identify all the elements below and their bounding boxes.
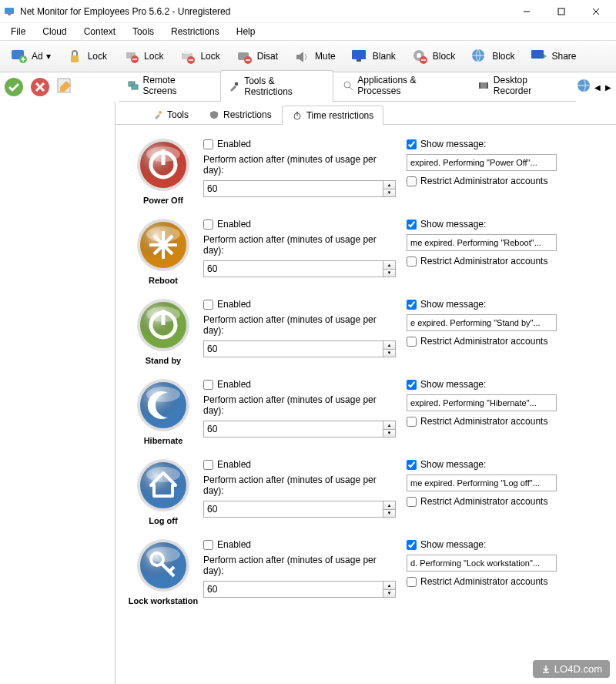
enabled-checkbox-row[interactable]: Enabled [203, 299, 396, 310]
spinner-up-icon[interactable]: ▲ [383, 582, 395, 590]
minutes-input[interactable] [204, 421, 383, 437]
show-message-checkbox[interactable] [407, 300, 417, 310]
minutes-input[interactable] [204, 181, 383, 196]
enabled-checkbox[interactable] [203, 139, 213, 149]
restrict-admin-checkbox-row[interactable]: Restrict Administrator accounts [407, 576, 608, 587]
restrict-admin-checkbox-row[interactable]: Restrict Administrator accounts [407, 176, 608, 186]
restrict-admin-checkbox[interactable] [407, 256, 417, 267]
tab-applications-processes[interactable]: Applications & Processes [333, 69, 469, 101]
tab-tools-restrictions[interactable]: Tools & Restrictions [220, 70, 333, 102]
message-input[interactable] [407, 314, 557, 331]
toolbar-block-globe[interactable]: Block [464, 43, 520, 69]
minimize-button[interactable] [509, 1, 544, 22]
show-message-checkbox-row[interactable]: Show message: [407, 139, 608, 149]
toolbar-disable[interactable]: Disat [229, 43, 283, 69]
spinner-up-icon[interactable]: ▲ [383, 421, 395, 430]
toolbar-share[interactable]: Share [524, 43, 582, 69]
spinner-up-icon[interactable]: ▲ [383, 341, 395, 350]
menu-tools[interactable]: Tools [125, 25, 162, 39]
toolbar-blank[interactable]: Blank [344, 43, 401, 69]
show-message-checkbox-row[interactable]: Show message: [407, 379, 608, 390]
show-message-checkbox-row[interactable]: Show message: [407, 459, 608, 470]
spinner-down-icon[interactable]: ▼ [383, 430, 395, 438]
show-message-checkbox[interactable] [407, 380, 417, 390]
menu-restrictions[interactable]: Restrictions [163, 25, 227, 39]
enabled-checkbox-row[interactable]: Enabled [203, 139, 396, 149]
enabled-checkbox[interactable] [203, 380, 213, 390]
restrict-admin-checkbox-row[interactable]: Restrict Administrator accounts [407, 496, 608, 507]
toolbar-lock-pad[interactable]: Lock [59, 43, 112, 69]
minutes-input[interactable] [204, 261, 383, 277]
show-message-checkbox-row[interactable]: Show message: [407, 299, 608, 310]
minutes-input[interactable] [204, 582, 383, 597]
minutes-spinner[interactable]: ▲▼ [203, 260, 396, 277]
menu-cloud[interactable]: Cloud [35, 25, 74, 39]
close-button[interactable] [578, 1, 613, 22]
spinner-up-icon[interactable]: ▲ [383, 261, 395, 270]
enabled-checkbox-row[interactable]: Enabled [203, 539, 396, 550]
show-message-checkbox[interactable] [407, 540, 417, 550]
spinner-down-icon[interactable]: ▼ [383, 590, 395, 598]
toolbar-mute[interactable]: Mute [286, 43, 341, 69]
apply-button[interactable] [3, 76, 25, 98]
message-input[interactable] [407, 555, 557, 572]
subtab-tools[interactable]: Tools [142, 105, 199, 124]
subtab-restrictions[interactable]: Restrictions [199, 105, 282, 124]
spinner-down-icon[interactable]: ▼ [383, 350, 395, 357]
enabled-checkbox-row[interactable]: Enabled [203, 219, 396, 230]
toolbar-add[interactable]: Ad▾ [3, 43, 56, 69]
show-message-checkbox[interactable] [407, 220, 417, 230]
minutes-spinner[interactable]: ▲▼ [203, 421, 396, 438]
spinner-down-icon[interactable]: ▼ [383, 270, 395, 277]
subtab-time-restrictions[interactable]: Time restrictions [282, 106, 384, 125]
menu-file[interactable]: File [3, 25, 33, 39]
spinner-down-icon[interactable]: ▼ [383, 189, 395, 197]
show-message-checkbox-row[interactable]: Show message: [407, 219, 608, 230]
restriction-label: Stand by [146, 356, 181, 365]
restrict-admin-checkbox[interactable] [407, 337, 417, 347]
globe-nav-icon[interactable] [576, 78, 591, 96]
show-message-checkbox-row[interactable]: Show message: [407, 539, 608, 550]
tab-desktop-recorder[interactable]: Desktop Recorder [469, 69, 576, 101]
restrict-admin-checkbox[interactable] [407, 176, 417, 186]
enabled-checkbox[interactable] [203, 220, 213, 230]
minutes-input[interactable] [204, 341, 383, 357]
toolbar-block-gear[interactable]: Block [404, 43, 460, 69]
show-message-checkbox[interactable] [407, 139, 417, 149]
nav-next-icon[interactable]: ▶ [604, 82, 613, 93]
enabled-checkbox[interactable] [203, 460, 213, 470]
maximize-button[interactable] [544, 1, 578, 22]
toolbar-lock-usb[interactable]: Lock [116, 43, 169, 69]
edit-button[interactable] [55, 76, 74, 98]
spinner-down-icon[interactable]: ▼ [383, 510, 395, 518]
tab-remote-screens[interactable]: Remote Screens [119, 69, 220, 101]
cancel-button[interactable] [29, 76, 51, 98]
restrict-admin-checkbox[interactable] [407, 577, 417, 587]
minutes-spinner[interactable]: ▲▼ [203, 581, 396, 598]
spinner-up-icon[interactable]: ▲ [383, 501, 395, 510]
enabled-checkbox[interactable] [203, 300, 213, 310]
enabled-checkbox[interactable] [203, 540, 213, 550]
restrict-admin-checkbox-row[interactable]: Restrict Administrator accounts [407, 256, 608, 267]
restrict-admin-checkbox[interactable] [407, 417, 417, 427]
restrict-admin-checkbox-row[interactable]: Restrict Administrator accounts [407, 416, 608, 427]
message-input[interactable] [407, 154, 557, 171]
restrict-admin-checkbox-row[interactable]: Restrict Administrator accounts [407, 336, 608, 347]
toolbar-lock-print[interactable]: Lock [172, 43, 225, 69]
minutes-spinner[interactable]: ▲▼ [203, 501, 396, 518]
enabled-checkbox-row[interactable]: Enabled [203, 459, 396, 470]
menu-context[interactable]: Context [76, 25, 123, 39]
show-message-checkbox[interactable] [407, 460, 417, 470]
message-input[interactable] [407, 474, 557, 491]
minutes-spinner[interactable]: ▲▼ [203, 340, 396, 357]
message-input[interactable] [407, 234, 557, 251]
minutes-spinner[interactable]: ▲▼ [203, 180, 396, 197]
restrict-admin-checkbox[interactable] [407, 497, 417, 507]
globe-block-icon [469, 46, 489, 66]
minutes-input[interactable] [204, 501, 383, 517]
enabled-checkbox-row[interactable]: Enabled [203, 379, 396, 390]
menu-help[interactable]: Help [229, 25, 263, 39]
message-input[interactable] [407, 394, 557, 411]
spinner-up-icon[interactable]: ▲ [383, 181, 395, 189]
nav-prev-icon[interactable]: ◀ [593, 82, 602, 93]
